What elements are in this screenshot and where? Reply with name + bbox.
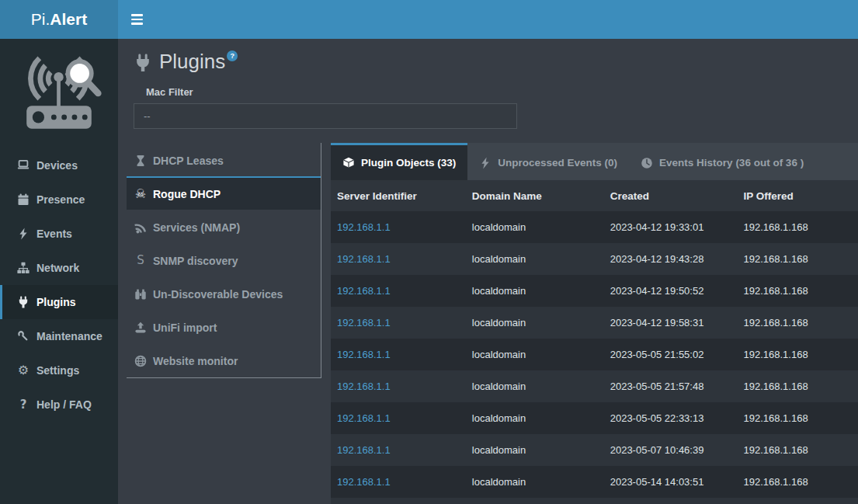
table-row: 192.168.1.1 localdomain 2023-05-05 21:57… xyxy=(331,370,858,402)
top-navbar: Pi.Alert xyxy=(0,0,858,39)
ip-cell: 192.168.1.168 xyxy=(737,307,858,339)
plugin-nav-undiscoverable-devices[interactable]: Un-Discoverable Devices xyxy=(127,276,321,310)
plugin-nav-label: SNMP discovery xyxy=(153,255,238,267)
plugin-nav-label: Un-Discoverable Devices xyxy=(153,288,283,301)
clock-icon xyxy=(641,157,653,169)
domain-cell: localdomain xyxy=(466,275,604,307)
col-created[interactable]: Created xyxy=(604,180,738,211)
help-badge[interactable]: ? xyxy=(227,50,238,61)
tab-label: Events History (36 out of 36 ) xyxy=(659,157,804,169)
server-identifier-link[interactable]: 192.168.1.1 xyxy=(337,221,391,233)
sidebar-item-label: Events xyxy=(36,228,72,240)
plugin-nav-dhcp-leases[interactable]: DHCP Leases xyxy=(127,143,321,176)
plugin-nav-unifi-import[interactable]: UniFi import xyxy=(127,310,321,343)
created-cell: 2023-05-14 14:03:51 xyxy=(604,466,738,498)
plugin-nav-label: DHCP Leases xyxy=(153,155,224,167)
page-title: Plugins xyxy=(159,48,225,75)
hourglass-icon xyxy=(134,155,147,167)
brand-logo[interactable]: Pi.Alert xyxy=(0,0,118,39)
bolt-icon xyxy=(17,228,30,240)
table-row: 192.168.1.1 localdomain 2023-04-12 19:33… xyxy=(331,211,858,243)
tab-plugin-objects[interactable]: Plugin Objects (33) xyxy=(331,143,467,180)
ip-cell: 192.168.1.168 xyxy=(737,339,858,370)
binoculars-icon xyxy=(134,288,147,301)
created-cell: 2023-04-12 19:50:52 xyxy=(604,275,738,307)
sidebar-item-network[interactable]: Network xyxy=(0,251,118,285)
navbar-bar xyxy=(118,0,858,39)
sidebar-menu: Devices Presence Events Network Plugins xyxy=(0,148,118,422)
mac-filter-input[interactable] xyxy=(134,103,517,129)
sidebar-item-label: Help / FAQ xyxy=(36,398,92,411)
sidebar-item-settings[interactable]: ⚙ Settings xyxy=(0,353,118,388)
sidebar-item-label: Presence xyxy=(36,193,85,206)
signal-icon xyxy=(134,221,147,234)
server-identifier-link[interactable]: 192.168.1.1 xyxy=(337,317,391,328)
upload-icon xyxy=(134,322,147,334)
table-row: 192.168.1.1 localdomain 2023-05-07 10:46… xyxy=(331,434,858,466)
col-ip-offered[interactable]: IP Offered xyxy=(737,180,858,211)
bolt-icon xyxy=(479,157,492,169)
server-identifier-link[interactable]: 192.168.1.1 xyxy=(337,285,391,297)
page-header: Plugins ? xyxy=(134,48,858,75)
sidebar-item-devices[interactable]: Devices xyxy=(0,148,118,182)
table-row: 192.168.1.1 localdomain 2023-05-05 21:55… xyxy=(331,339,858,370)
created-cell: 2023-05-05 22:33:13 xyxy=(604,402,738,434)
plugin-nav-label: Rogue DHCP xyxy=(153,188,221,200)
wrench-icon xyxy=(17,330,30,342)
hamburger-icon[interactable] xyxy=(118,0,156,39)
plugin-objects-table: Server Identifier Domain Name Created IP… xyxy=(331,180,858,504)
table-row: 192.168.1.1 localdomain 2023-05-05 22:33… xyxy=(331,402,858,434)
plug-icon xyxy=(17,296,30,308)
domain-cell: localdomain xyxy=(466,339,604,370)
plugin-nav-snmp-discovery[interactable]: S SNMP discovery xyxy=(127,243,321,276)
brand-prefix: Pi. xyxy=(31,10,50,29)
created-cell: 2023-04-12 19:58:31 xyxy=(604,307,738,339)
plugin-nav-rogue-dhcp[interactable]: ☠ Rogue DHCP xyxy=(127,176,321,210)
sidebar: Devices Presence Events Network Plugins xyxy=(0,39,118,504)
table-row: 192.168.1.1 localdomain 2023-04-12 19:50… xyxy=(331,275,858,307)
cube-icon xyxy=(342,157,355,169)
plugin-nav-label: Website monitor xyxy=(153,355,238,367)
domain-cell: localdomain xyxy=(466,370,604,402)
sidebar-item-maintenance[interactable]: Maintenance xyxy=(0,319,118,353)
plugin-nav-services-nmap[interactable]: Services (NMAP) xyxy=(127,210,321,243)
brand-bold: Alert xyxy=(50,10,87,29)
server-identifier-link[interactable]: 192.168.1.1 xyxy=(337,444,391,456)
col-server-identifier[interactable]: Server Identifier xyxy=(331,180,466,211)
server-identifier-link[interactable]: 192.168.1.1 xyxy=(337,253,391,265)
server-identifier-link[interactable]: 192.168.1.1 xyxy=(337,412,391,424)
table-header-row: Server Identifier Domain Name Created IP… xyxy=(331,180,858,211)
sidebar-item-events[interactable]: Events xyxy=(0,217,118,251)
plugin-nav-website-monitor[interactable]: Website monitor xyxy=(127,343,321,377)
tab-unprocessed-events[interactable]: Unprocessed Events (0) xyxy=(467,143,629,180)
router-scan-logo xyxy=(0,39,118,148)
laptop-icon xyxy=(17,159,30,172)
col-domain-name[interactable]: Domain Name xyxy=(466,180,604,211)
sidebar-item-label: Plugins xyxy=(36,296,76,308)
pialert-window: Pi.Alert xyxy=(0,0,858,504)
server-identifier-link[interactable]: 192.168.1.1 xyxy=(337,349,391,360)
sidebar-item-plugins[interactable]: Plugins xyxy=(0,285,118,319)
plugin-nav-label: Services (NMAP) xyxy=(153,221,240,234)
created-cell: 2023-04-12 19:33:01 xyxy=(604,211,738,243)
sidebar-item-label: Network xyxy=(36,262,79,274)
sidebar-item-help[interactable]: ? Help / FAQ xyxy=(0,388,118,422)
server-identifier-link[interactable]: 192.168.1.1 xyxy=(337,476,391,488)
domain-cell: localdomain xyxy=(466,466,604,498)
table-row: 192.168.1.1 localdomain 2023-05-14 14:03… xyxy=(331,466,858,498)
tab-events-history[interactable]: Events History (36 out of 36 ) xyxy=(629,143,815,180)
mac-filter-label: Mac Filter xyxy=(146,86,858,98)
tab-label: Unprocessed Events (0) xyxy=(498,157,617,169)
calendar-icon xyxy=(17,193,30,206)
plug-icon xyxy=(134,54,152,72)
question-icon: ? xyxy=(17,398,30,411)
sidebar-item-label: Settings xyxy=(36,364,79,377)
server-identifier-link[interactable]: 192.168.1.1 xyxy=(337,381,391,392)
ip-cell: 192.168.1.168 xyxy=(737,243,858,275)
sidebar-item-presence[interactable]: Presence xyxy=(0,182,118,217)
skull-icon: ☠ xyxy=(134,188,147,200)
domain-cell: localdomain xyxy=(466,211,604,243)
table-row: 192.168.1.1 localdomain 2023-04-12 19:43… xyxy=(331,243,858,275)
plugin-detail: Plugin Objects (33) Unprocessed Events (… xyxy=(331,143,858,504)
ip-cell: 192.168.1.168 xyxy=(737,434,858,466)
